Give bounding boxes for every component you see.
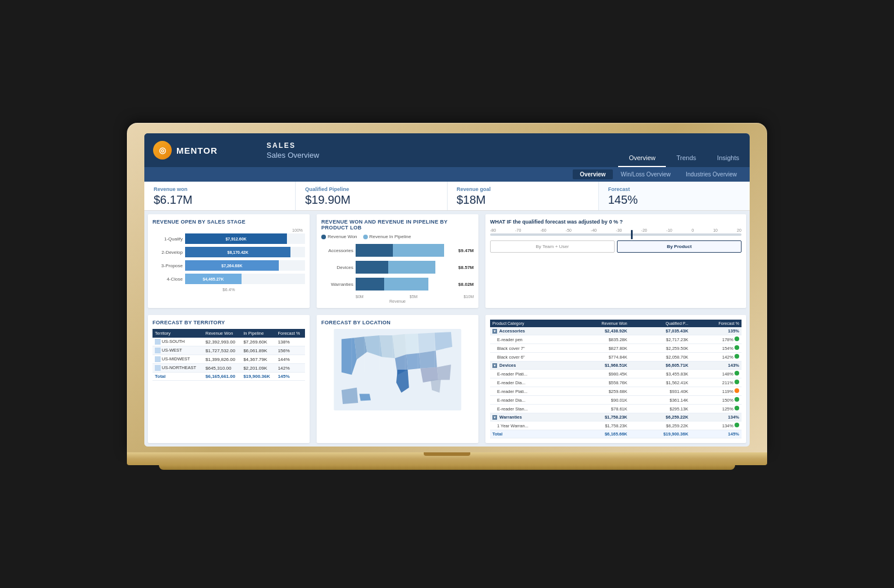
- header-nav: Overview Trends Insights: [618, 133, 750, 167]
- product-ereader-plati1-pipeline: $3,455.83K: [630, 370, 691, 378]
- collapse-devices-icon[interactable]: ▼: [492, 363, 497, 368]
- product-1year-warran-pipeline: $6,259.22K: [630, 421, 691, 430]
- table-row: E-reader Plati... $259.68K $931.40K 119%: [490, 387, 742, 396]
- sales-stage-panel: Revenue Open by Sales Stage 100% 1-Quali…: [148, 214, 310, 308]
- product-black-cover6-pipeline: $2,058.70K: [630, 353, 691, 362]
- collapse-accessories-icon[interactable]: ▼: [492, 329, 497, 334]
- lob-x-5m: $5M: [410, 295, 418, 299]
- slider-label--10: -10: [666, 228, 672, 232]
- location-panel: Forecast by Location: [317, 315, 478, 443]
- product-1year-warran-revenue: $1,758.23K: [569, 421, 630, 430]
- slider-thumb[interactable]: [631, 230, 633, 239]
- bar-fill-propose: $7,264.68K: [185, 260, 279, 271]
- sub-tab-overview[interactable]: Overview: [573, 169, 612, 179]
- category-devices-name: ▼ Devices: [490, 362, 569, 370]
- product-ereader-plati2-revenue: $259.68K: [569, 387, 630, 396]
- table-row: US-MIDWEST $1,399,826.00 $4,367.79K 144%: [152, 355, 305, 364]
- slider-container: -80 -70 -60 -50 -40 -30 -20 -10 0 10 20: [490, 228, 742, 236]
- whatif-percent-suffix: %: [613, 219, 618, 225]
- whatif-question-mark: ?: [619, 219, 623, 225]
- territory-revenue-usmidwest: $1,399,826.00: [203, 355, 241, 364]
- lob-value-warranties: $8.02M: [458, 282, 474, 287]
- table-row: Black cover 7" $827.80K $2,259.50K 154%: [490, 344, 742, 353]
- forecast-dot-green: [735, 371, 739, 376]
- territory-total-row: Total $6,165,661.00 $19,900.36K 145%: [152, 373, 305, 381]
- by-team-user-button[interactable]: By Team + User: [490, 240, 615, 253]
- sub-tab-winloss[interactable]: Win/Loss Overview: [614, 169, 678, 179]
- bar-row-propose: 3-Propose $7,264.68K: [152, 260, 305, 271]
- kpi-forecast-value: 145%: [608, 193, 740, 207]
- whatif-panel: WHAT IF the qualified forecast was adjus…: [485, 214, 746, 308]
- lob-row-warranties: Warranties $8.02M: [321, 278, 474, 291]
- by-product-button[interactable]: By Product: [617, 240, 742, 253]
- table-row: 1 Year Warran... $1,758.23K $6,259.22K 1…: [490, 421, 742, 430]
- category-devices-pipeline: $6,605.71K: [630, 362, 691, 370]
- bar-container-qualify: $7,912.60K: [185, 233, 305, 244]
- forecast-dot-green: [735, 397, 739, 402]
- product-ereader-dia2-name: E-reader Dia...: [490, 396, 569, 405]
- territory-forecast-usnortheast: 142%: [275, 364, 305, 373]
- svg-marker-16: [342, 388, 358, 404]
- table-row: US-NORTHEAST $645,310.00 $2,201.09K 142%: [152, 364, 305, 373]
- lob-x-10m: $10M: [463, 295, 474, 299]
- sub-nav: Overview Win/Loss Overview Industries Ov…: [144, 167, 750, 182]
- product-col-forecast: Forecast %: [691, 320, 742, 327]
- forecast-dot-green: [735, 423, 739, 427]
- lob-value-accessories: $9.47M: [458, 248, 474, 253]
- kpi-qualified-pipeline-label: Qualified Pipeline: [305, 186, 437, 192]
- whatif-buttons: By Team + User By Product: [490, 240, 742, 253]
- lob-bar-won-accessories: [356, 244, 393, 257]
- product-black-cover7-name: Black cover 7": [490, 344, 569, 353]
- logo-text: MENTOR: [176, 146, 218, 155]
- category-warranties-forecast: 134%: [691, 413, 742, 421]
- slider-label--40: -40: [591, 228, 597, 232]
- product-black-cover7-revenue: $827.80K: [569, 344, 630, 353]
- product-total-pipeline: $19,900.36K: [630, 430, 691, 438]
- table-row: Black cover 6" $774.84K $2,058.70K 142%: [490, 353, 742, 362]
- location-title: Forecast by Location: [321, 320, 474, 325]
- nav-tab-trends[interactable]: Trends: [666, 150, 707, 167]
- whatif-title: WHAT IF the qualified forecast was adjus…: [490, 219, 742, 225]
- kpi-row: Revenue won $6.17M Qualified Pipeline $1…: [144, 182, 750, 211]
- product-col-category: Product Category: [490, 320, 569, 327]
- product-ereader-dia1-pipeline: $1,562.41K: [630, 378, 691, 387]
- legend-pipeline-dot: [363, 235, 368, 239]
- nav-tab-insights[interactable]: Insights: [707, 150, 750, 167]
- slider-track[interactable]: [490, 233, 742, 236]
- header: ◎ MENTOR SALES Sales Overview Overview T…: [144, 133, 750, 167]
- product-black-cover6-name: Black cover 6": [490, 353, 569, 362]
- product-ereader-stan-pipeline: $295.13K: [630, 405, 691, 413]
- chart-axis-label: $6.4%: [152, 287, 305, 292]
- lob-row-devices: Devices $8.57M: [321, 261, 474, 274]
- nav-tab-overview[interactable]: Overview: [618, 150, 666, 167]
- territory-col-territory: Territory: [152, 329, 203, 338]
- product-ereader-plati2-pipeline: $931.40K: [630, 387, 691, 396]
- bar-label-develop: 2-Develop: [152, 250, 183, 255]
- territory-forecast-ussouth: 138%: [275, 338, 305, 346]
- us-map-svg: [321, 329, 474, 410]
- kpi-revenue-goal-label: Revenue goal: [457, 186, 589, 192]
- product-col-qualified: Qualified P...: [630, 320, 691, 327]
- svg-marker-11: [419, 350, 437, 369]
- svg-marker-10: [406, 353, 420, 370]
- territory-name-usnortheast: US-NORTHEAST: [152, 364, 203, 373]
- sub-tab-industries[interactable]: Industries Overview: [679, 169, 744, 179]
- table-row: US-SOUTH $2,392,993.00 $7,269.60K 138%: [152, 338, 305, 346]
- collapse-warranties-icon[interactable]: ▼: [492, 415, 497, 420]
- lob-value-devices: $8.57M: [458, 265, 474, 270]
- legend-won-label: Revenue Won: [328, 234, 357, 239]
- lob-bar-warranties: [356, 278, 454, 291]
- territory-revenue-usnortheast: $645,310.00: [203, 364, 241, 373]
- product-ereader-pen-pipeline: $2,717.23K: [630, 335, 691, 344]
- product-1year-warran-name: 1 Year Warran...: [490, 421, 569, 430]
- kpi-revenue-goal-value: $18M: [457, 193, 589, 207]
- bar-container-develop: $8,170.42K: [185, 247, 305, 257]
- category-accessories-name: ▼ Accessories: [490, 327, 569, 335]
- kpi-revenue-won-value: $6.17M: [154, 193, 286, 207]
- bar-container-close: $4,465.27K: [185, 274, 305, 284]
- lob-x-axis-label: Revenue: [321, 299, 474, 303]
- nav-tabs-top: Overview Trends Insights: [618, 150, 750, 167]
- table-row: E-reader Dia... $558.76K $1,562.41K 211%: [490, 378, 742, 387]
- lob-legend: Revenue Won Revenue In Pipeline: [321, 234, 474, 239]
- product-total-forecast: 145%: [691, 430, 742, 438]
